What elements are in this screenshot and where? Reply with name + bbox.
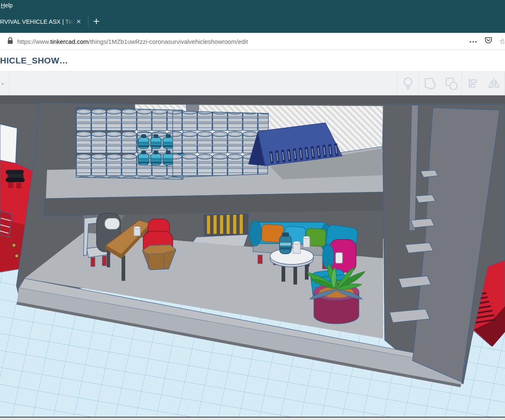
tab-separator (88, 16, 88, 28)
browser-navbar: https://www.tinkercad.com/things/1MZb1uw… (0, 33, 505, 50)
new-tab-button[interactable]: + (93, 16, 100, 27)
pocket-icon[interactable] (484, 36, 493, 47)
scene-canvas[interactable] (0, 95, 505, 417)
ungroup-icon[interactable] (440, 72, 462, 95)
couch-arm-left (249, 221, 262, 246)
browser-tabbar: RVIVAL VEHICLE ASX | Tinke ✕ + (0, 10, 505, 33)
tab-title: RVIVAL VEHICLE ASX | Tinke (0, 18, 74, 25)
bookmark-star-icon[interactable]: ☆ (499, 37, 504, 46)
page-actions-icon[interactable]: ••• (469, 38, 478, 45)
white-mug (336, 253, 343, 263)
light-bulb-icon[interactable] (397, 72, 419, 95)
group-icon[interactable] (419, 72, 440, 95)
tinkercad-toolbar: ▸ (0, 72, 505, 95)
menu-help[interactable]: Help (1, 2, 13, 9)
browser-tab[interactable]: RVIVAL VEHICLE ASX | Tinke ✕ (0, 10, 81, 33)
collapse-arrow-icon[interactable]: ▸ (2, 80, 5, 86)
toolbar-separator (9, 72, 9, 95)
align-icon[interactable] (462, 72, 483, 95)
3d-viewport[interactable] (0, 95, 505, 417)
mirror-icon[interactable] (483, 72, 505, 95)
url-text[interactable]: https://www.tinkercad.com/things/1MZb1uw… (17, 38, 469, 45)
design-name-row: HICLE_SHOW… (0, 50, 505, 72)
tab-close-icon[interactable]: ✕ (76, 18, 81, 25)
cup-on-table (134, 226, 140, 236)
bottom-edge-bar (0, 417, 505, 420)
browser-menubar: Help (0, 0, 505, 10)
truck-window (0, 124, 17, 165)
design-name[interactable]: HICLE_SHOW… (0, 56, 68, 65)
lock-icon[interactable] (7, 37, 13, 46)
